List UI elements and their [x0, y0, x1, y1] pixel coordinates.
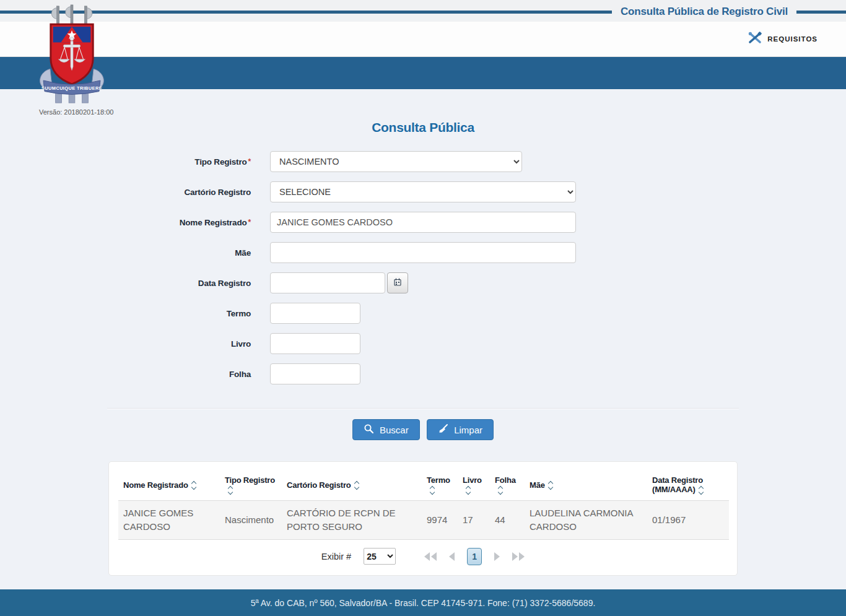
footer-address: 5ª Av. do CAB, nº 560, Salvador/BA - Bra…: [251, 598, 596, 608]
requisitos-label: REQUISITOS: [767, 35, 818, 43]
limpar-label: Limpar: [454, 425, 482, 435]
nome-registrado-label: Nome Registrado*: [0, 218, 251, 227]
nome-registrado-input[interactable]: [270, 212, 576, 233]
col-header-tipo-registro[interactable]: Tipo Registro: [220, 468, 282, 501]
livro-label: Livro: [0, 339, 251, 349]
sort-icon: [192, 482, 196, 489]
col-header-cartorio-registro[interactable]: Cartório Registro: [282, 468, 422, 501]
calendar-button[interactable]: [387, 272, 408, 293]
broom-icon: [438, 423, 448, 436]
exibir-label: Exibir #: [321, 552, 351, 562]
mae-input[interactable]: [270, 242, 576, 263]
folha-input[interactable]: [270, 363, 360, 384]
results-table: Nome Registrado Tipo Registro Cartório R…: [118, 468, 729, 540]
col-header-mae[interactable]: Mãe: [525, 468, 647, 501]
results-panel: Nome Registrado Tipo Registro Cartório R…: [108, 461, 738, 576]
folha-label: Folha: [0, 370, 251, 379]
page-size-select[interactable]: 25: [364, 548, 396, 565]
buscar-button[interactable]: Buscar: [352, 419, 420, 440]
col-header-termo[interactable]: Termo: [422, 468, 458, 501]
sort-icon: [430, 487, 434, 494]
col-header-nome-registrado[interactable]: Nome Registrado: [118, 468, 220, 501]
table-row[interactable]: JANICE GOMES CARDOSO Nascimento CARTÓRIO…: [118, 501, 729, 540]
app-title: Consulta Pública de Registro Civil: [612, 4, 796, 19]
logo-motto: SUUMCUIQUE TRIBUERE: [41, 85, 102, 91]
sort-icon: [355, 482, 359, 489]
termo-input[interactable]: [270, 303, 360, 324]
current-page-button[interactable]: 1: [467, 548, 482, 565]
search-icon: [364, 423, 374, 436]
cell-folha: 44: [490, 501, 525, 540]
livro-input[interactable]: [270, 333, 360, 354]
previous-page-button[interactable]: [449, 552, 455, 561]
cartorio-registro-select[interactable]: SELECIONE: [270, 181, 576, 202]
sort-icon: [499, 487, 502, 494]
cell-termo: 9974: [422, 501, 458, 540]
last-page-button[interactable]: [512, 552, 525, 561]
sort-icon: [699, 487, 703, 494]
col-header-folha[interactable]: Folha: [490, 468, 525, 501]
cartorio-registro-label: Cartório Registro: [0, 188, 251, 197]
required-marker: *: [248, 218, 251, 227]
data-registro-input[interactable]: [270, 272, 385, 293]
tipo-registro-label: Tipo Registro*: [0, 157, 251, 167]
cell-nome-registrado: JANICE GOMES CARDOSO: [118, 501, 220, 540]
tipo-registro-select[interactable]: NASCIMENTO: [270, 151, 522, 172]
main-content: Consulta Pública Tipo Registro* NASCIMEN…: [0, 89, 846, 589]
calendar-icon: [394, 278, 401, 288]
sort-icon: [229, 487, 232, 494]
blue-band: [0, 57, 846, 89]
first-page-button[interactable]: [424, 552, 437, 561]
version-text: Versão: 20180201-18:00: [39, 108, 114, 116]
mae-label: Mãe: [0, 248, 251, 258]
consulta-form: Tipo Registro* NASCIMENTO Cartório Regis…: [0, 151, 846, 440]
top-strip: Consulta Pública de Registro Civil: [0, 0, 846, 22]
pagination: Exibir # 25 1: [118, 540, 728, 573]
sort-icon: [466, 487, 470, 494]
cell-cartorio-registro: CARTÓRIO DE RCPN DE PORTO SEGURO: [282, 501, 422, 540]
col-header-data-registro[interactable]: Data Registro (MM/AAAA): [647, 468, 729, 501]
limpar-button[interactable]: Limpar: [427, 419, 494, 440]
section-divider: [107, 408, 739, 409]
header-bar: REQUISITOS: [0, 22, 846, 57]
tjba-coat-of-arms-logo: SUUMCUIQUE TRIBUERE: [35, 2, 108, 106]
cell-tipo-registro: Nascimento: [220, 501, 282, 540]
data-registro-label: Data Registro: [0, 279, 251, 288]
crossed-tools-icon: [748, 32, 762, 46]
buscar-label: Buscar: [380, 425, 409, 435]
cell-data-registro: 01/1967: [647, 501, 729, 540]
page-title: Consulta Pública: [0, 120, 846, 135]
termo-label: Termo: [0, 309, 251, 318]
col-header-livro[interactable]: Livro: [458, 468, 490, 501]
required-marker: *: [248, 157, 251, 166]
cell-livro: 17: [458, 501, 490, 540]
next-page-button[interactable]: [494, 552, 500, 561]
table-header-row: Nome Registrado Tipo Registro Cartório R…: [118, 468, 729, 501]
footer-bar: 5ª Av. do CAB, nº 560, Salvador/BA - Bra…: [0, 589, 846, 616]
requisitos-link[interactable]: REQUISITOS: [748, 32, 818, 46]
sort-icon: [549, 482, 552, 489]
cell-mae: LAUDELINA CARMONIA CARDOSO: [525, 501, 647, 540]
